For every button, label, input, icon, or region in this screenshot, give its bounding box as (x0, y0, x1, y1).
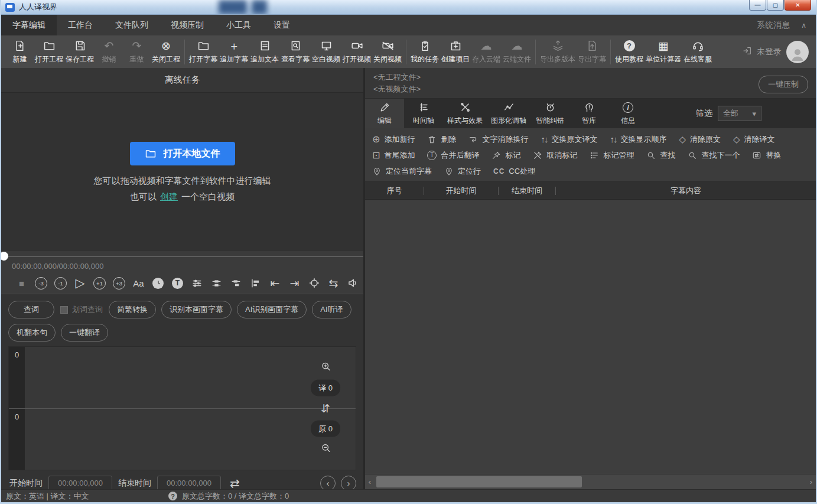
close-button[interactable]: ✕ (785, 0, 811, 11)
swap-display-order-button[interactable]: ↑↓交换显示顺序 (610, 134, 666, 145)
menu-file-queue[interactable]: 文件队列 (104, 15, 160, 35)
collapse-caret-icon[interactable]: ∧ (801, 21, 806, 30)
toolbar-export-subtitle[interactable]: 导出字幕 (577, 35, 607, 68)
scrollbar-thumb[interactable] (376, 476, 582, 487)
swap-vertical-icon[interactable]: ⇵ (321, 402, 330, 415)
menu-subtitle-edit[interactable]: 字幕编辑 (1, 15, 57, 35)
delete-button[interactable]: 删除 (427, 134, 456, 145)
scroll-left-arrow[interactable]: ‹ (365, 474, 375, 489)
adjust-sliders-button[interactable] (187, 278, 207, 289)
merge-translate-button[interactable]: T合并后翻译 (427, 150, 479, 161)
toolbar-export-versions[interactable]: 导出多版本 (539, 35, 577, 68)
one-click-compress-button[interactable]: 一键压制 (759, 76, 808, 93)
locate-row-button[interactable]: 定位行 (444, 166, 481, 177)
source-textarea[interactable] (25, 409, 356, 470)
ai-ocr-button[interactable]: AI识别画面字幕 (237, 301, 307, 318)
find-button[interactable]: 查找 (646, 150, 675, 161)
tab-graphic-timing[interactable]: 图形化调轴 (487, 99, 530, 128)
previous-subtitle-button[interactable]: ‹ (320, 476, 336, 491)
font-size-button[interactable]: Aa (129, 278, 148, 288)
swap-times-icon[interactable]: ⇄ (230, 476, 240, 490)
lookup-word-button[interactable]: 查词 (8, 301, 54, 318)
target-button[interactable] (304, 277, 324, 289)
end-time-input[interactable]: 00:00:00,000 (157, 476, 221, 491)
seek-track[interactable] (1, 256, 363, 257)
find-next-button[interactable]: 查找下一个 (688, 150, 740, 161)
toolbar-redo[interactable]: ↷重做 (123, 35, 151, 68)
column-header-index[interactable]: 序号 (365, 186, 424, 196)
toolbar-save-project[interactable]: 保存工程 (64, 35, 95, 68)
video-drop-area[interactable]: 打开本地文件 您可以拖动视频和字幕文件到软件中进行编辑 也可以创建一个空白视频 (1, 93, 363, 251)
tab-info[interactable]: i信息 (608, 99, 647, 128)
create-blank-video-link[interactable]: 创建 (160, 191, 178, 201)
translation-textarea[interactable] (25, 347, 356, 408)
toolbar-create-project[interactable]: 创建项目 (440, 35, 471, 68)
forward-1s-button[interactable]: +1 (90, 277, 109, 290)
snap-start-button[interactable]: ⇤ (265, 277, 285, 290)
tab-timeline[interactable]: 时间轴 (404, 99, 443, 128)
column-header-end-time[interactable]: 结束时间 (499, 186, 555, 196)
login-icon[interactable] (743, 46, 752, 57)
toolbar-append-subtitle[interactable]: ＋追加字幕 (219, 35, 249, 68)
seek-knob[interactable] (0, 252, 8, 261)
zoom-out-icon[interactable] (320, 443, 331, 456)
snap-end-button[interactable]: ⇥ (285, 277, 304, 290)
toolbar-open-project[interactable]: 打开工程 (34, 35, 64, 68)
mark-button[interactable]: 标记 (491, 150, 520, 161)
login-label[interactable]: 未登录 (757, 47, 782, 57)
ai-transcribe-button[interactable]: AI听译 (312, 301, 351, 318)
toolbar-my-tasks[interactable]: 我的任务 (409, 35, 440, 68)
toolbar-cloud-files[interactable]: ☁云端文件 (502, 35, 532, 68)
menu-tools[interactable]: 小工具 (215, 15, 262, 35)
toolbar-new[interactable]: 新建 (6, 35, 34, 68)
toolbar-unit-calculator[interactable]: ▦单位计算器 (645, 35, 682, 68)
cc-process-button[interactable]: CCCC处理 (493, 166, 535, 177)
open-local-file-button[interactable]: 打开本地文件 (130, 142, 235, 165)
play-button[interactable]: ▷ (70, 276, 90, 290)
column-header-subtitle-content[interactable]: 字幕内容 (556, 186, 816, 196)
minimize-button[interactable]: — (749, 0, 766, 11)
horizontal-scrollbar[interactable]: ‹ › (365, 474, 816, 489)
toolbar-tutorial[interactable]: ?使用教程 (614, 35, 645, 68)
add-head-tail-button[interactable]: ⊡首尾添加 (372, 150, 415, 161)
ocr-frame-button[interactable]: 识别本画面字幕 (161, 301, 232, 318)
subtitle-table-body[interactable] (365, 200, 816, 474)
toolbar-close-video[interactable]: 关闭视频 (372, 35, 403, 68)
toolbar-view-subtitle[interactable]: 查看字幕 (280, 35, 311, 68)
rewind-3s-button[interactable]: -3 (31, 277, 51, 290)
loop-swap-button[interactable]: ⇆ (324, 277, 343, 290)
maximize-button[interactable]: ▢ (767, 0, 784, 11)
locate-current-subtitle-button[interactable]: 定位当前字幕 (372, 166, 432, 177)
avatar[interactable] (786, 41, 809, 63)
menu-video-compress[interactable]: 视频压制 (160, 15, 215, 35)
tab-edit[interactable]: 编辑 (365, 99, 404, 128)
translate-all-button[interactable]: 一键翻译 (61, 324, 108, 342)
toolbar-close-project[interactable]: ⊗关闭工程 (151, 35, 181, 68)
start-time-input[interactable]: 00:00:00,000 (48, 476, 112, 491)
tab-smart-correction[interactable]: 智能纠错 (530, 99, 569, 128)
toolbar-open-video[interactable]: 打开视频 (341, 35, 372, 68)
align-stagger-button[interactable] (226, 278, 246, 289)
remove-linebreak-button[interactable]: 文字消除换行 (468, 134, 528, 145)
mark-manager-button[interactable]: 标记管理 (590, 150, 634, 161)
simplified-traditional-button[interactable]: 简繁转换 (109, 301, 156, 318)
align-left-button[interactable] (246, 278, 265, 289)
toolbar-open-subtitle[interactable]: 打开字幕 (188, 35, 219, 68)
clock-button[interactable] (148, 278, 168, 289)
next-subtitle-button[interactable]: › (341, 476, 356, 491)
zoom-in-icon[interactable] (320, 361, 331, 375)
rewind-1s-button[interactable]: -1 (51, 277, 70, 290)
toolbar-blank-video[interactable]: 空白视频 (311, 35, 341, 68)
menu-settings[interactable]: 设置 (262, 15, 301, 35)
replace-button[interactable]: 替换 (752, 150, 781, 161)
toolbar-append-text[interactable]: 追加文本 (249, 35, 280, 68)
clear-translation-button[interactable]: ◇清除译文 (733, 134, 775, 145)
select-lookup-checkbox[interactable] (60, 306, 68, 314)
swap-source-translation-button[interactable]: ↑↓交换原文译文 (541, 134, 597, 145)
select-lookup-option[interactable]: 划词查询 (60, 304, 103, 315)
help-circle-icon[interactable]: ? (168, 492, 177, 500)
system-messages-label[interactable]: 系统消息 (757, 20, 790, 31)
forward-3s-button[interactable]: +3 (109, 277, 129, 290)
column-header-start-time[interactable]: 开始时间 (424, 186, 498, 196)
align-center-button[interactable] (207, 278, 226, 289)
